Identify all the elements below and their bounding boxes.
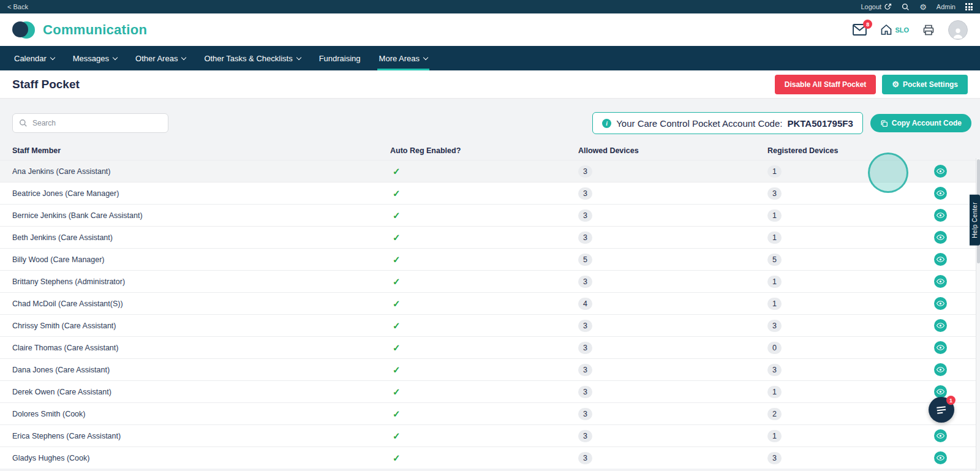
table-row: Dolores Smith (Cook) ✓ 3 2 bbox=[0, 402, 980, 424]
content-area: i Your Care Control Pocket Account Code:… bbox=[0, 99, 980, 471]
site-code-label: SLO bbox=[895, 26, 909, 34]
page-title: Staff Pocket bbox=[12, 78, 80, 91]
check-icon: ✓ bbox=[393, 364, 401, 375]
nav-item[interactable]: Other Areas bbox=[126, 46, 195, 70]
staff-name: Dolores Smith (Cook) bbox=[12, 410, 85, 418]
allowed-devices-badge: 3 bbox=[578, 430, 592, 442]
view-devices-button[interactable] bbox=[934, 165, 947, 178]
allowed-devices-badge: 5 bbox=[578, 254, 592, 266]
module-title: Communication bbox=[43, 22, 147, 38]
check-icon: ✓ bbox=[393, 431, 401, 441]
table-row: Beth Jenkins (Care Assistant) ✓ 3 1 bbox=[0, 226, 980, 248]
table-row: Bernice Jenkins (Bank Care Assistant) ✓ … bbox=[0, 204, 980, 226]
table-row: Derek Owen (Care Assistant) ✓ 3 1 bbox=[0, 380, 980, 402]
eye-icon bbox=[937, 189, 944, 197]
check-icon: ✓ bbox=[393, 210, 401, 220]
app-root: < Back Logout ⚙ Admin Communication bbox=[0, 0, 980, 471]
search-icon[interactable] bbox=[902, 3, 910, 11]
staff-name: Bernice Jenkins (Bank Care Assistant) bbox=[12, 211, 143, 220]
check-icon: ✓ bbox=[393, 232, 401, 243]
logout-button[interactable]: Logout bbox=[861, 3, 892, 10]
allowed-devices-badge: 3 bbox=[578, 165, 592, 178]
view-devices-button[interactable] bbox=[934, 209, 947, 222]
admin-menu[interactable]: Admin bbox=[937, 3, 956, 10]
allowed-devices-badge: 3 bbox=[578, 408, 592, 420]
eye-icon bbox=[937, 454, 944, 462]
nav-item-label: More Areas bbox=[379, 54, 420, 63]
registered-devices-badge: 1 bbox=[767, 298, 782, 310]
staff-table-body: Ana Jenkins (Care Assistant) ✓ 3 1 Beatr… bbox=[0, 160, 980, 469]
mail-count-badge: 8 bbox=[863, 20, 872, 29]
pocket-settings-button[interactable]: ⚙ Pocket Settings bbox=[882, 75, 968, 94]
view-devices-button[interactable] bbox=[934, 341, 947, 354]
table-row: Beatrice Jones (Care Manager) ✓ 3 3 bbox=[0, 182, 980, 204]
disable-all-staff-pocket-button[interactable]: Disable All Staff Pocket bbox=[775, 75, 876, 94]
registered-devices-badge: 1 bbox=[767, 165, 782, 178]
view-devices-button[interactable] bbox=[934, 319, 947, 332]
view-devices-button[interactable] bbox=[934, 253, 947, 266]
view-devices-button[interactable] bbox=[934, 231, 947, 244]
eye-icon bbox=[937, 344, 944, 352]
eye-icon bbox=[937, 432, 944, 440]
back-link-label: < Back bbox=[7, 3, 28, 10]
nav-item[interactable]: Messages bbox=[64, 46, 126, 70]
help-center-label: Help Center bbox=[971, 202, 978, 238]
user-avatar[interactable] bbox=[948, 20, 968, 40]
nav-item[interactable]: Calendar bbox=[5, 46, 64, 70]
eye-icon bbox=[937, 167, 944, 175]
check-icon: ✓ bbox=[393, 453, 401, 463]
copy-account-code-label: Copy Account Code bbox=[892, 119, 962, 127]
view-devices-button[interactable] bbox=[934, 275, 947, 288]
col-header-allowed-devices: Allowed Devices bbox=[578, 146, 767, 155]
table-row: Erica Stephens (Care Assistant) ✓ 3 1 bbox=[0, 424, 980, 447]
nav-item[interactable]: More Areas bbox=[370, 46, 437, 70]
chevron-down-icon bbox=[296, 55, 301, 59]
view-devices-button[interactable] bbox=[934, 451, 947, 464]
allowed-devices-badge: 3 bbox=[578, 232, 592, 244]
app-grid-icon[interactable] bbox=[965, 3, 973, 10]
table-row: Brittany Stephens (Administrator) ✓ 3 1 bbox=[0, 270, 980, 292]
account-code-box: i Your Care Control Pocket Account Code:… bbox=[592, 112, 863, 134]
help-chat-button[interactable]: 1 bbox=[929, 397, 954, 423]
registered-devices-badge: 1 bbox=[767, 430, 782, 442]
staff-name: Billy Wood (Care Manager) bbox=[12, 255, 105, 264]
gear-icon[interactable]: ⚙ bbox=[919, 2, 927, 12]
registered-devices-badge: 3 bbox=[767, 364, 782, 376]
col-header-auto-reg: Auto Reg Enabled? bbox=[390, 146, 578, 155]
staff-name: Dana Jones (Care Assistant) bbox=[12, 366, 110, 374]
allowed-devices-badge: 3 bbox=[578, 452, 592, 464]
table-row: Billy Wood (Care Manager) ✓ 5 5 bbox=[0, 248, 980, 270]
copy-account-code-button[interactable]: Copy Account Code bbox=[870, 114, 971, 132]
registered-devices-badge: 1 bbox=[767, 209, 782, 222]
search-input[interactable] bbox=[32, 119, 162, 127]
staff-name: Beth Jenkins (Care Assistant) bbox=[12, 233, 113, 242]
nav-item-label: Other Areas bbox=[135, 54, 178, 63]
care-control-logo bbox=[12, 20, 36, 40]
nav-item[interactable]: Other Tasks & Checklists bbox=[195, 46, 309, 70]
mail-button[interactable]: 8 bbox=[853, 24, 867, 36]
back-link[interactable]: < Back bbox=[7, 3, 28, 10]
eye-icon bbox=[937, 277, 944, 285]
check-icon: ✓ bbox=[393, 166, 401, 176]
print-button[interactable] bbox=[922, 24, 935, 36]
chat-lines-icon bbox=[935, 405, 947, 415]
chevron-down-icon bbox=[423, 55, 428, 59]
table-row: Gladys Hughes (Cook) ✓ 3 3 bbox=[0, 447, 980, 469]
nav-item[interactable]: Fundraising bbox=[310, 46, 370, 70]
search-box[interactable] bbox=[12, 113, 168, 133]
help-center-tab[interactable]: Help Center bbox=[970, 195, 980, 246]
view-devices-button[interactable] bbox=[934, 429, 947, 442]
view-devices-button[interactable] bbox=[934, 187, 947, 200]
view-devices-button[interactable] bbox=[934, 297, 947, 310]
view-devices-button[interactable] bbox=[934, 363, 947, 376]
registered-devices-badge: 3 bbox=[767, 452, 782, 464]
home-button[interactable]: SLO bbox=[880, 24, 909, 36]
toolbar: i Your Care Control Pocket Account Code:… bbox=[0, 99, 980, 134]
account-code-label: Your Care Control Pocket Account Code: bbox=[616, 118, 782, 129]
admin-label: Admin bbox=[937, 3, 956, 10]
table-row: Ana Jenkins (Care Assistant) ✓ 3 1 bbox=[0, 160, 980, 182]
staff-name: Ana Jenkins (Care Assistant) bbox=[12, 167, 111, 176]
allowed-devices-badge: 3 bbox=[578, 320, 592, 332]
view-devices-button[interactable] bbox=[934, 385, 947, 398]
nav-item-label: Calendar bbox=[14, 54, 47, 63]
